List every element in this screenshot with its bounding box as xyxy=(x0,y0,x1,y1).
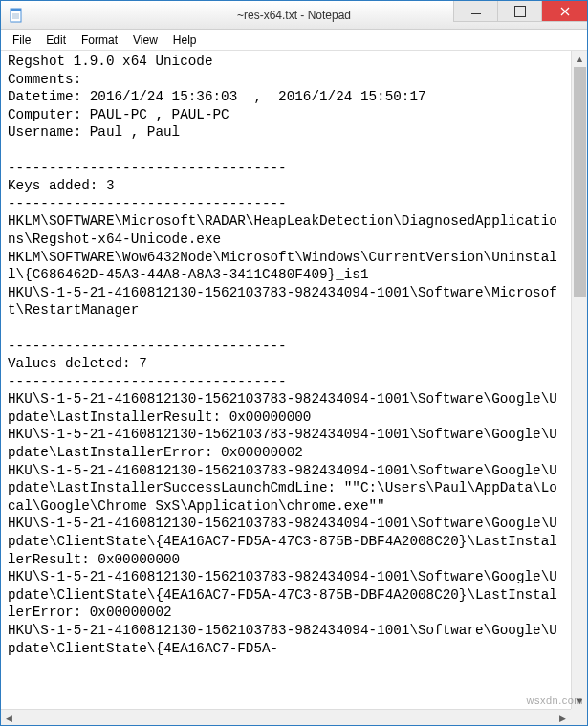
menu-format[interactable]: Format xyxy=(74,32,125,49)
svg-rect-1 xyxy=(11,9,21,11)
scroll-corner xyxy=(571,709,587,725)
scroll-right-icon[interactable]: ▶ xyxy=(555,710,571,726)
minimize-button[interactable] xyxy=(453,1,497,22)
vertical-scrollbar[interactable]: ▲ ▼ xyxy=(571,51,587,709)
titlebar[interactable]: ~res-x64.txt - Notepad xyxy=(1,1,587,30)
horizontal-scrollbar[interactable]: ◀ ▶ xyxy=(1,709,571,725)
scroll-thumb-vertical[interactable] xyxy=(574,67,586,297)
watermark: wsxdn.com xyxy=(526,694,583,706)
menu-file[interactable]: File xyxy=(5,32,38,49)
menu-view[interactable]: View xyxy=(125,32,165,49)
scroll-left-icon[interactable]: ◀ xyxy=(1,710,17,726)
menubar: File Edit Format View Help xyxy=(1,30,587,51)
menu-edit[interactable]: Edit xyxy=(38,32,74,49)
notepad-icon xyxy=(9,8,24,23)
window-controls xyxy=(453,1,587,22)
text-content[interactable]: Regshot 1.9.0 x64 Unicode Comments: Date… xyxy=(4,51,568,706)
menu-help[interactable]: Help xyxy=(165,32,205,49)
close-button[interactable] xyxy=(541,1,587,22)
maximize-button[interactable] xyxy=(497,1,541,22)
scroll-up-icon[interactable]: ▲ xyxy=(572,51,588,67)
